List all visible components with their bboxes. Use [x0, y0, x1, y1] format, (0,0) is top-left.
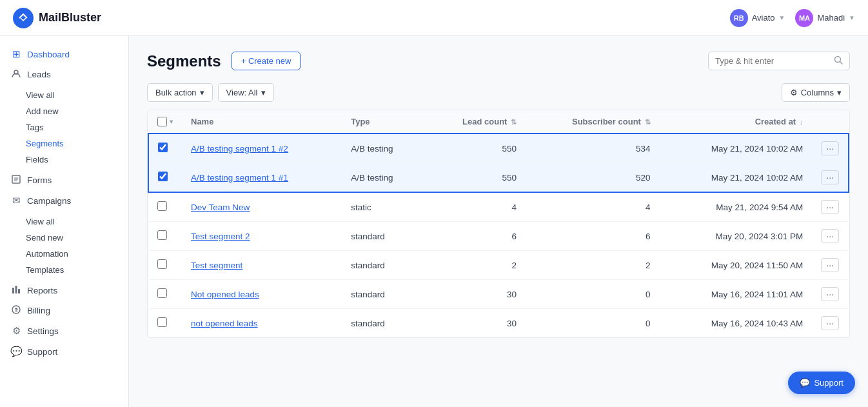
- row-subscriber-count: 6: [526, 222, 660, 251]
- leads-fields[interactable]: Fields: [26, 152, 128, 168]
- row-actions-cell[interactable]: ···: [812, 134, 849, 163]
- row-created-at: May 21, 2024 10:02 AM: [660, 134, 813, 163]
- row-checkbox-cell[interactable]: [148, 251, 182, 280]
- mahadi-user[interactable]: MA Mahadi ▼: [795, 9, 855, 27]
- row-actions-cell[interactable]: ···: [812, 251, 849, 280]
- sidebar-item-billing[interactable]: Billing: [0, 301, 128, 321]
- row-checkbox-cell[interactable]: [148, 280, 182, 309]
- row-more-button[interactable]: ···: [821, 141, 839, 155]
- segment-name-link[interactable]: Test segment 2: [191, 232, 250, 241]
- row-actions-cell[interactable]: ···: [812, 222, 849, 251]
- row-more-button[interactable]: ···: [821, 287, 839, 301]
- toolbar-left: Bulk action ▾ View: All ▾: [147, 83, 274, 102]
- row-more-button[interactable]: ···: [821, 200, 839, 214]
- table-row: A/B testing segment 1 #1A/B testing55052…: [148, 163, 849, 193]
- aviato-label: Aviato: [752, 13, 775, 23]
- segment-name-link[interactable]: not opened leads: [191, 319, 258, 328]
- settings-icon: ⚙: [10, 325, 22, 337]
- row-created-at: May 16, 2024 11:01 AM: [660, 280, 813, 309]
- segment-name-link[interactable]: Test segment: [191, 261, 242, 270]
- row-more-button[interactable]: ···: [821, 258, 839, 272]
- row-name[interactable]: Test segment 2: [182, 222, 342, 251]
- columns-button[interactable]: ⚙ Columns ▾: [782, 83, 850, 102]
- row-name[interactable]: A/B testing segment 1 #2: [182, 134, 342, 163]
- table-row: not opened leadsstandard300May 16, 2024 …: [148, 309, 849, 338]
- row-checkbox[interactable]: [157, 317, 167, 327]
- th-name[interactable]: Name: [182, 110, 342, 134]
- sidebar-item-reports[interactable]: Reports: [0, 281, 128, 301]
- sidebar-item-campaigns[interactable]: ✉ Campaigns: [0, 190, 128, 211]
- row-name[interactable]: A/B testing segment 1 #1: [182, 163, 342, 193]
- row-actions-cell[interactable]: ···: [812, 309, 849, 338]
- th-subscriber-count[interactable]: Subscriber count ⇅: [526, 110, 660, 134]
- page-header: Segments + Create new: [147, 52, 850, 70]
- row-actions-cell[interactable]: ···: [812, 280, 849, 309]
- row-name[interactable]: Not opened leads: [182, 280, 342, 309]
- row-checkbox[interactable]: [157, 230, 167, 240]
- row-checkbox-cell[interactable]: [148, 222, 182, 251]
- row-checkbox[interactable]: [158, 143, 168, 152]
- segment-name-link[interactable]: Dev Team New: [191, 203, 250, 212]
- campaigns-templates[interactable]: Templates: [26, 262, 128, 278]
- row-actions-cell[interactable]: ···: [812, 163, 849, 193]
- search-input[interactable]: [715, 56, 830, 66]
- search-icon: [834, 55, 843, 66]
- th-sort-chevron-icon[interactable]: ▾: [170, 118, 173, 125]
- row-more-button[interactable]: ···: [821, 170, 839, 184]
- row-name[interactable]: Dev Team New: [182, 192, 342, 222]
- aviato-user[interactable]: RB Aviato ▼: [730, 9, 785, 27]
- row-checkbox[interactable]: [157, 288, 167, 298]
- support-button[interactable]: 💬 Support: [788, 372, 855, 394]
- leads-add-new[interactable]: Add new: [26, 103, 128, 119]
- th-type: Type: [342, 110, 425, 134]
- row-created-at: May 21, 2024 10:02 AM: [660, 163, 813, 193]
- columns-gear-icon: ⚙: [790, 88, 798, 97]
- bulk-action-button[interactable]: Bulk action ▾: [147, 83, 213, 102]
- sidebar-item-leads[interactable]: Leads: [0, 65, 128, 84]
- row-subscriber-count: 4: [526, 192, 660, 222]
- sidebar-item-settings[interactable]: ⚙ Settings: [0, 321, 128, 341]
- row-name[interactable]: not opened leads: [182, 309, 342, 338]
- campaigns-automation[interactable]: Automation: [26, 246, 128, 262]
- mahadi-label: Mahadi: [817, 13, 845, 23]
- row-checkbox-cell[interactable]: [148, 309, 182, 338]
- th-created-at[interactable]: Created at ↓: [660, 110, 813, 134]
- sidebar-item-forms[interactable]: Forms: [0, 170, 128, 190]
- view-filter-button[interactable]: View: All ▾: [218, 83, 274, 102]
- leads-segments[interactable]: Segments: [26, 135, 128, 152]
- sidebar-forms-label: Forms: [27, 175, 52, 185]
- row-checkbox-cell[interactable]: [148, 163, 182, 193]
- app-layout: ⊞ Dashboard Leads View all Add new Tags …: [0, 36, 868, 407]
- row-checkbox[interactable]: [157, 201, 167, 211]
- row-type: standard: [342, 280, 425, 309]
- th-checkbox[interactable]: ▾: [148, 110, 182, 134]
- row-checkbox[interactable]: [157, 259, 167, 269]
- sidebar-item-support[interactable]: 💬 Support: [0, 341, 128, 362]
- th-lead-count[interactable]: Lead count ⇅: [426, 110, 526, 134]
- segment-name-link[interactable]: Not opened leads: [191, 290, 259, 299]
- row-name[interactable]: Test segment: [182, 251, 342, 280]
- row-more-button[interactable]: ···: [821, 316, 839, 330]
- row-lead-count: 6: [426, 222, 526, 251]
- row-more-button[interactable]: ···: [821, 229, 839, 243]
- select-all-checkbox[interactable]: [157, 117, 167, 126]
- leads-view-all[interactable]: View all: [26, 87, 128, 103]
- row-actions-cell[interactable]: ···: [812, 192, 849, 222]
- campaigns-view-all[interactable]: View all: [26, 213, 128, 230]
- leads-tags[interactable]: Tags: [26, 119, 128, 135]
- campaigns-send-new[interactable]: Send new: [26, 230, 128, 246]
- row-lead-count: 30: [426, 280, 526, 309]
- page-title: Segments: [147, 52, 221, 70]
- row-checkbox[interactable]: [158, 172, 168, 181]
- row-checkbox-cell[interactable]: [148, 192, 182, 222]
- segment-name-link[interactable]: A/B testing segment 1 #2: [191, 144, 288, 154]
- row-checkbox-cell[interactable]: [148, 134, 182, 163]
- aviato-chevron-icon: ▼: [779, 14, 785, 21]
- sidebar-settings-label: Settings: [27, 326, 59, 336]
- sidebar-dashboard-label: Dashboard: [27, 50, 70, 59]
- sidebar-item-dashboard[interactable]: ⊞ Dashboard: [0, 44, 128, 65]
- app-logo[interactable]: MailBluster: [13, 8, 101, 28]
- create-new-button[interactable]: + Create new: [232, 52, 301, 70]
- search-box[interactable]: [708, 52, 850, 70]
- segment-name-link[interactable]: A/B testing segment 1 #1: [191, 173, 288, 183]
